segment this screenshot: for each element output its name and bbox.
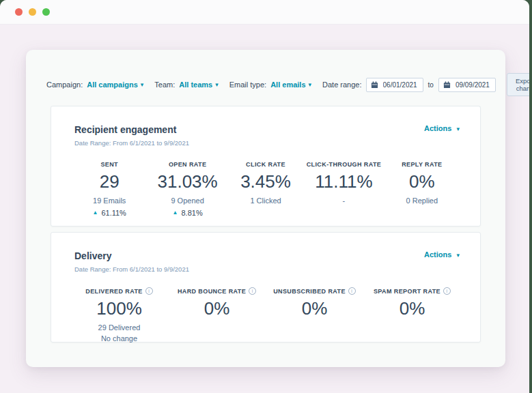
metric-label: DELIVERED RATE <box>85 288 142 295</box>
metric-open-rate: OPEN RATE 31.03% 9 Opened ▲ 8.81% <box>148 161 226 217</box>
panel-date-range: Date Range: From 6/1/2021 to 9/9/2021 <box>74 139 189 147</box>
info-icon[interactable]: i <box>443 287 451 295</box>
maximize-window-button[interactable] <box>42 8 50 16</box>
metric-value: 0% <box>266 299 363 319</box>
metric-subtext: 0 Replied <box>383 196 461 205</box>
campaign-filter: Campaign: All campaigns ▾ <box>46 81 143 89</box>
minimize-window-button[interactable] <box>29 8 36 16</box>
metric-click-through-rate: CLICK-THROUGH RATE 11.11% - <box>305 161 382 217</box>
metric-delivered-rate: DELIVERED RATE i 100% 29 Delivered No ch… <box>70 287 168 343</box>
actions-dropdown[interactable]: Actions ▾ <box>424 124 460 132</box>
calendar-icon <box>371 81 378 89</box>
info-icon[interactable]: i <box>249 287 256 295</box>
metric-value: 0% <box>363 299 461 319</box>
metric-value: 31.03% <box>148 172 226 192</box>
delivery-panel: Delivery Date Range: From 6/1/2021 to 9/… <box>51 232 481 343</box>
metric-reply-rate: REPLY RATE 0% 0 Replied <box>383 161 461 217</box>
metric-value: 29 <box>70 172 148 192</box>
actions-label: Actions <box>424 250 451 259</box>
metric-label: SPAM REPORT RATE <box>374 288 440 295</box>
info-icon[interactable]: i <box>145 287 153 295</box>
info-icon[interactable]: i <box>348 287 356 295</box>
chevron-down-icon: ▾ <box>456 252 460 259</box>
panel-header: Delivery Date Range: From 6/1/2021 to 9/… <box>51 233 480 273</box>
date-range-filter: Date range: to <box>322 78 496 92</box>
metric-subtext: 29 Delivered <box>70 323 168 332</box>
actions-dropdown[interactable]: Actions ▾ <box>424 250 460 259</box>
metric-unsubscribed-rate: UNSUBSCRIBED RATE i 0% <box>266 287 363 343</box>
metric-change-value: 61.11% <box>101 209 126 217</box>
chevron-down-icon: ▾ <box>141 81 144 88</box>
date-start-field <box>366 78 423 92</box>
metric-label: HARD BOUNCE RATE <box>178 288 246 295</box>
metric-label: REPLY RATE <box>383 161 461 168</box>
team-filter-dropdown[interactable]: All teams ▾ <box>179 81 218 89</box>
metric-value: 100% <box>70 299 168 319</box>
metric-label: CLICK RATE <box>227 161 305 168</box>
metric-value: 11.11% <box>305 172 382 192</box>
metric-click-rate: CLICK RATE 3.45% 1 Clicked <box>227 161 305 217</box>
filter-bar: Campaign: All campaigns ▾ Team: All team… <box>26 50 505 96</box>
email-analytics-card: Campaign: All campaigns ▾ Team: All team… <box>26 50 505 367</box>
metric-subtext: 1 Clicked <box>227 196 305 205</box>
increase-triangle-icon: ▲ <box>173 210 178 216</box>
panel-title-block: Recipient engagement Date Range: From 6/… <box>74 124 189 147</box>
increase-triangle-icon: ▲ <box>92 210 98 216</box>
campaign-filter-dropdown[interactable]: All campaigns ▾ <box>87 81 143 89</box>
metric-value: 0% <box>383 172 461 192</box>
actions-label: Actions <box>424 124 451 132</box>
metric-change: ▲ 8.81% <box>148 209 226 217</box>
metric-sent: SENT 29 19 Emails ▲ 61.11% <box>70 161 148 217</box>
panel-title: Recipient engagement <box>74 124 189 135</box>
date-range-label: Date range: <box>322 81 361 89</box>
team-filter-label: Team: <box>154 81 175 89</box>
email-type-filter-value: All emails <box>270 81 305 89</box>
page-background: Campaign: All campaigns ▾ Team: All team… <box>0 25 529 393</box>
metric-value: 3.45% <box>227 172 305 192</box>
team-filter: Team: All teams ▾ <box>154 81 218 89</box>
metric-subtext: 9 Opened <box>148 196 226 205</box>
titlebar <box>0 0 529 25</box>
metrics-row: SENT 29 19 Emails ▲ 61.11% OPEN RATE 31.… <box>51 161 480 217</box>
metrics-row: DELIVERED RATE i 100% 29 Delivered No ch… <box>51 287 480 343</box>
calendar-icon <box>443 81 451 89</box>
metric-label: CLICK-THROUGH RATE <box>305 161 382 168</box>
email-type-filter-label: Email type: <box>229 81 266 89</box>
panel-title: Delivery <box>74 250 189 261</box>
metric-change: ▲ 61.11% <box>70 209 148 217</box>
metric-label: UNSUBSCRIBED RATE <box>273 288 346 295</box>
chevron-down-icon: ▾ <box>309 81 312 88</box>
metric-hard-bounce-rate: HARD BOUNCE RATE i 0% <box>168 287 266 343</box>
campaign-filter-label: Campaign: <box>46 81 83 89</box>
panel-title-block: Delivery Date Range: From 6/1/2021 to 9/… <box>74 250 189 273</box>
metric-label: OPEN RATE <box>148 161 226 168</box>
metric-spam-report-rate: SPAM REPORT RATE i 0% <box>363 287 461 343</box>
date-to-label: to <box>428 81 434 89</box>
recipient-engagement-panel: Recipient engagement Date Range: From 6/… <box>51 106 481 227</box>
metric-value: 0% <box>168 299 266 319</box>
chevron-down-icon: ▾ <box>215 81 219 88</box>
campaign-filter-value: All campaigns <box>87 81 138 89</box>
metric-subtext: - <box>305 196 382 205</box>
date-end-field <box>438 78 496 92</box>
export-charts-button[interactable]: Export charts <box>507 73 529 96</box>
email-type-filter: Email type: All emails ▾ <box>229 81 311 89</box>
metric-change-value: 8.81% <box>181 209 202 217</box>
metric-label: SENT <box>70 161 148 168</box>
app-window: Campaign: All campaigns ▾ Team: All team… <box>0 0 529 393</box>
team-filter-value: All teams <box>179 81 212 89</box>
close-window-button[interactable] <box>15 8 23 16</box>
email-type-filter-dropdown[interactable]: All emails ▾ <box>270 81 311 89</box>
metric-change-text: No change <box>70 334 168 343</box>
panel-date-range: Date Range: From 6/1/2021 to 9/9/2021 <box>74 265 189 273</box>
panel-header: Recipient engagement Date Range: From 6/… <box>51 106 480 147</box>
chevron-down-icon: ▾ <box>456 126 460 132</box>
metric-subtext: 19 Emails <box>70 196 148 205</box>
